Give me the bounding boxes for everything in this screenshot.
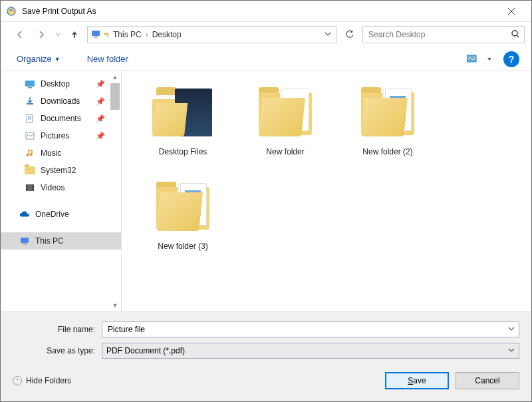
svg-point-5: [473, 56, 475, 57]
search-input[interactable]: [367, 29, 511, 40]
organize-menu[interactable]: Organize ▼: [13, 51, 65, 67]
folder-thumb-icon: [151, 179, 215, 235]
svg-point-0: [7, 7, 15, 15]
folder-item[interactable]: New folder: [245, 85, 325, 156]
svg-rect-17: [23, 244, 27, 245]
svg-rect-8: [27, 103, 33, 104]
footer: File name: Save as type: PDF Document (*…: [1, 311, 531, 401]
item-label: New folder (3): [158, 242, 207, 251]
address-bar[interactable]: › This PC › Desktop: [87, 26, 337, 43]
address-dropdown-icon[interactable]: [322, 30, 334, 39]
nav-label: Pictures: [41, 131, 69, 140]
pin-icon: 📌: [96, 114, 105, 123]
item-label: New folder (2): [362, 147, 412, 156]
folder-icon: [25, 165, 35, 176]
file-name-field[interactable]: [102, 321, 519, 337]
navpane-item-downloads[interactable]: Downloads 📌: [1, 93, 121, 110]
window-title: Save Print Output As: [22, 7, 496, 16]
nav-label: Music: [41, 148, 61, 158]
pc-icon: [19, 236, 30, 246]
chevron-down-icon[interactable]: [508, 346, 515, 355]
file-list[interactable]: Desktop Files New folder New folder (2): [122, 71, 531, 311]
search-icon: [511, 29, 520, 41]
forward-button[interactable]: [33, 26, 50, 43]
scroll-down-icon[interactable]: ▼: [110, 301, 120, 310]
svg-rect-14: [26, 184, 27, 191]
address-row: › This PC › Desktop: [1, 22, 531, 47]
nav-label: OneDrive: [35, 210, 69, 219]
navpane-item-onedrive[interactable]: OneDrive: [1, 206, 121, 223]
recent-dropdown-icon[interactable]: [54, 26, 62, 43]
new-folder-label: New folder: [87, 54, 128, 64]
chevron-down-icon: ▼: [55, 56, 61, 63]
up-button[interactable]: [66, 26, 83, 43]
svg-point-11: [27, 154, 29, 156]
nav-label: System32: [41, 166, 76, 175]
hide-folders-label: Hide Folders: [26, 376, 71, 385]
navpane-item-music[interactable]: Music: [1, 144, 121, 162]
svg-rect-1: [92, 31, 100, 36]
close-button[interactable]: [496, 1, 526, 21]
save-type-label: Save as type:: [13, 346, 102, 355]
pictures-icon: [25, 130, 35, 141]
downloads-icon: [25, 96, 35, 106]
breadcrumb-current[interactable]: Desktop: [151, 30, 183, 39]
nav-label: Videos: [41, 183, 65, 192]
pin-icon: 📌: [96, 97, 105, 106]
music-icon: [25, 148, 35, 158]
nav-label: Documents: [41, 114, 81, 123]
navigation-pane: ▲ Desktop 📌 Downloads 📌 Documents 📌: [1, 71, 122, 311]
breadcrumb-root[interactable]: This PC: [112, 30, 143, 39]
desktop-icon: [25, 79, 35, 89]
back-button[interactable]: [11, 26, 29, 43]
svg-point-12: [30, 153, 33, 156]
folder-thumb-icon: [151, 85, 215, 140]
save-type-value: PDF Document (*.pdf): [106, 346, 508, 355]
svg-rect-9: [27, 114, 33, 122]
svg-rect-2: [94, 37, 98, 38]
videos-icon: [25, 182, 35, 193]
navpane-item-thispc[interactable]: This PC: [1, 232, 121, 250]
hide-folders-button[interactable]: ˄ Hide Folders: [13, 376, 71, 385]
folder-thumb-icon: [356, 85, 420, 140]
refresh-button[interactable]: [341, 26, 358, 43]
folder-item[interactable]: Desktop Files: [143, 85, 223, 156]
chevron-right-icon: ›: [146, 30, 148, 39]
item-label: New folder: [266, 147, 304, 156]
folder-item[interactable]: New folder (2): [348, 85, 428, 156]
navpane-item-videos[interactable]: Videos: [1, 179, 121, 196]
pc-icon: [90, 29, 101, 41]
save-type-field[interactable]: PDF Document (*.pdf): [102, 343, 519, 359]
svg-point-3: [512, 31, 517, 36]
save-button[interactable]: Save: [385, 372, 449, 389]
app-icon: [6, 6, 17, 17]
svg-rect-6: [25, 81, 35, 87]
view-mode-button[interactable]: [462, 51, 485, 67]
svg-rect-7: [28, 87, 32, 89]
svg-rect-16: [21, 238, 29, 243]
chevron-down-icon[interactable]: [508, 325, 515, 334]
folder-thumb-icon: [253, 85, 317, 140]
nav-label: Downloads: [41, 97, 80, 106]
save-rest: ave: [413, 376, 426, 385]
file-name-input[interactable]: [106, 324, 508, 335]
organize-label: Organize: [17, 54, 52, 64]
navpane-item-pictures[interactable]: Pictures 📌: [1, 127, 121, 144]
nav-label: Desktop: [41, 79, 70, 89]
navpane-item-system32[interactable]: System32: [1, 162, 121, 179]
view-dropdown-icon[interactable]: [485, 51, 494, 67]
pin-icon: 📌: [96, 80, 105, 89]
help-button[interactable]: ?: [503, 51, 519, 67]
new-folder-button[interactable]: New folder: [83, 51, 132, 67]
nav-label: This PC: [35, 236, 64, 246]
search-box[interactable]: [362, 26, 525, 43]
pin-icon: 📌: [96, 132, 105, 140]
navpane-item-documents[interactable]: Documents 📌: [1, 110, 121, 127]
folder-item[interactable]: New folder (3): [143, 179, 223, 251]
cancel-button[interactable]: Cancel: [456, 372, 519, 389]
navpane-item-desktop[interactable]: Desktop 📌: [1, 75, 121, 93]
svg-rect-15: [33, 184, 34, 191]
save-dialog: Save Print Output As › This PC › Desktop: [0, 0, 532, 402]
titlebar: Save Print Output As: [1, 1, 531, 22]
onedrive-icon: [19, 209, 30, 220]
